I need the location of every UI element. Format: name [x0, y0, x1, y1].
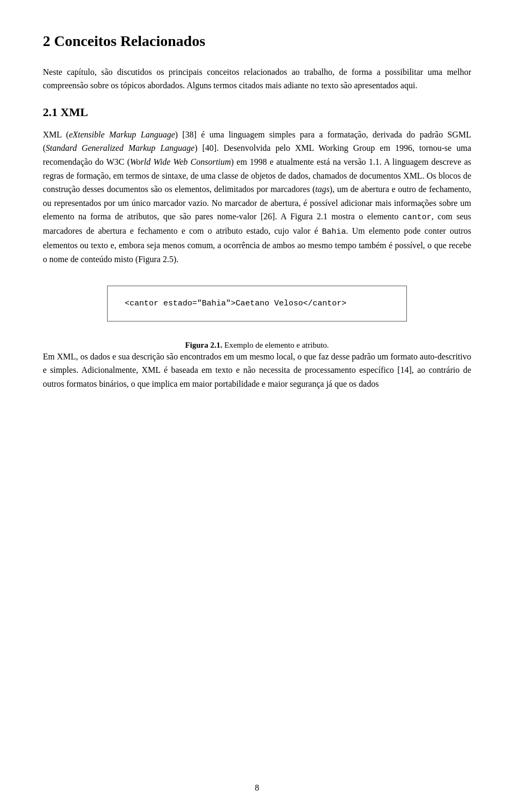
section-title-xml: 2.1 XML — [43, 105, 471, 119]
chapter-title: 2 Conceitos Relacionados — [43, 32, 471, 50]
page-number: 8 — [255, 783, 259, 793]
intro-paragraph: Neste capítulo, são discutidos os princi… — [43, 65, 471, 93]
figure-caption-label: Figura 2.1. — [185, 341, 223, 349]
code-cantor: cantor — [403, 213, 432, 222]
figure-code: <cantor estado="Bahia">Caetano Veloso</c… — [125, 299, 389, 308]
text-sgml: Standard Generalized Markup Language — [46, 143, 194, 152]
after-figure-paragraph: Em XML, os dados e sua descrição são enc… — [43, 350, 471, 391]
code-bahia: Bahia — [322, 227, 346, 236]
after-figure-text: Em XML, os dados e sua descrição são enc… — [43, 352, 471, 388]
text-tags: tags — [315, 185, 330, 194]
xml-paragraph-1: XML (eXtensible Markup Language) [38] é … — [43, 128, 471, 266]
text-xml-open: XML ( — [43, 130, 69, 139]
text-extensible: eXtensible Markup Language — [69, 130, 175, 139]
text-w3c: World Wide Web Consortium — [130, 157, 231, 166]
figure-caption: Figura 2.1. Exemplo de elemento e atribu… — [43, 341, 471, 350]
page: 2 Conceitos Relacionados Neste capítulo,… — [0, 0, 514, 812]
figure-caption-text: Exemplo de elemento e atributo. — [224, 341, 329, 349]
figure-2-1-box: <cantor estado="Bahia">Caetano Veloso</c… — [107, 286, 407, 321]
